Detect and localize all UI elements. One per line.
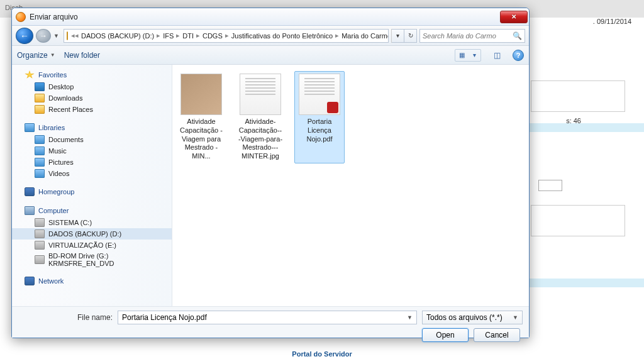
sidebar-item-drive-d[interactable]: DADOS (BACKUP) (D:) (12, 228, 172, 240)
pictures-icon (35, 158, 45, 167)
nav-history-dropdown[interactable]: ▼ (53, 33, 61, 39)
file-item[interactable]: Atividade-Capacitação---Viagem-para-Mest… (235, 71, 286, 163)
breadcrumb-sep[interactable]: ◂◂ (69, 31, 80, 40)
file-thumbnail (299, 74, 340, 115)
organize-menu[interactable]: Organize ▼ (17, 51, 55, 60)
breadcrumb-item[interactable]: CDGS (202, 32, 223, 40)
chevron-down-icon: ▾ (468, 50, 480, 61)
music-icon (35, 146, 45, 155)
cancel-button[interactable]: Cancel (474, 328, 520, 342)
chevron-down-icon: ▼ (513, 314, 518, 321)
bg-highlight-row-2 (525, 279, 644, 287)
computer-icon (25, 206, 35, 215)
videos-icon (35, 169, 45, 178)
filter-value: Todos os arquivos (*.*) (426, 313, 502, 322)
refresh-button[interactable]: ↻ (404, 29, 417, 43)
folder-icon (67, 31, 68, 40)
sidebar-item-pictures[interactable]: Pictures (12, 157, 172, 168)
file-open-dialog: Enviar arquivo ✕ ← → ▼ ◂◂ DADOS (BACKUP)… (11, 8, 530, 338)
sidebar-item-music[interactable]: Music (12, 145, 172, 157)
toolbar: Organize ▼ New folder ▦ ▾ ◫ ? (12, 46, 529, 65)
sidebar: Favorites Desktop Downloads Recent Place… (12, 65, 172, 306)
breadcrumb-item[interactable]: DTI (182, 32, 194, 40)
file-item-selected[interactable]: Portaria Licença Nojo.pdf (294, 71, 345, 163)
file-thumbnail (240, 74, 281, 115)
sidebar-item-drive-g[interactable]: BD-ROM Drive (G:) KRMSFRE_EN_DVD (12, 251, 172, 268)
nav-bar: ← → ▼ ◂◂ DADOS (BACKUP) (D:) ▸ IFS ▸ DTI… (12, 26, 529, 46)
new-folder-button[interactable]: New folder (64, 51, 100, 60)
chevron-down-icon[interactable]: ▼ (407, 314, 413, 321)
file-thumbnail (180, 74, 222, 115)
breadcrumb-item[interactable]: Maria do Carmo (341, 32, 389, 40)
file-filter-dropdown[interactable]: Todos os arquivos (*.*) ▼ (422, 311, 523, 324)
sidebar-favorites-header[interactable]: Favorites (12, 69, 172, 81)
sidebar-item-videos[interactable]: Videos (12, 168, 172, 179)
bg-date: . 09/11/2014 (593, 18, 631, 25)
file-label: Portaria Licença Nojo.pdf (297, 118, 342, 143)
file-list[interactable]: Atividade Capacitação - Viagem para Mest… (172, 65, 529, 306)
nav-forward-button[interactable]: → (36, 29, 51, 43)
breadcrumb-dropdown[interactable]: ▾ (392, 29, 404, 43)
sidebar-item-drive-e[interactable]: VIRTUALIZAÇÃO (E:) (12, 240, 172, 251)
firefox-icon (16, 12, 26, 22)
filename-label: File name: (18, 313, 113, 322)
sidebar-item-recent[interactable]: Recent Places (12, 104, 172, 115)
sidebar-homegroup-header[interactable]: Homegroup (12, 185, 172, 198)
star-icon (25, 70, 35, 79)
homegroup-icon (25, 187, 35, 196)
bg-textarea-1[interactable] (531, 80, 625, 112)
sidebar-item-downloads[interactable]: Downloads (12, 92, 172, 104)
sidebar-network-header[interactable]: Network (12, 275, 172, 287)
bg-small-input[interactable] (538, 180, 562, 191)
help-button[interactable]: ? (513, 50, 524, 61)
preview-pane-button[interactable]: ◫ (490, 49, 504, 62)
bg-highlight-row (525, 123, 644, 132)
bg-textarea-2[interactable] (531, 205, 625, 236)
dialog-title: Enviar arquivo (30, 13, 497, 21)
sidebar-libraries-header[interactable]: Libraries (12, 121, 172, 134)
bg-portal-link[interactable]: Portal do Servidor (292, 350, 352, 358)
breadcrumb-bar[interactable]: ◂◂ DADOS (BACKUP) (D:) ▸ IFS ▸ DTI ▸ CDG… (64, 29, 389, 43)
bdrom-icon (35, 255, 45, 264)
sidebar-item-desktop[interactable]: Desktop (12, 81, 172, 92)
drive-icon (35, 218, 45, 227)
drive-icon (35, 241, 45, 250)
open-button[interactable]: Open (422, 328, 469, 342)
file-label: Atividade-Capacitação---Viagem-para-Mest… (238, 118, 283, 161)
titlebar[interactable]: Enviar arquivo ✕ (12, 8, 529, 26)
nav-back-button[interactable]: ← (16, 28, 33, 44)
network-icon (25, 277, 35, 285)
search-box[interactable]: 🔍 (419, 29, 525, 43)
breadcrumb-item[interactable]: IFS (162, 32, 174, 40)
filename-value: Portaria Licença Nojo.pdf (122, 313, 207, 322)
breadcrumb-item[interactable]: Justificativas do Ponto Eletrônico (231, 32, 333, 40)
view-mode-button[interactable]: ▦ ▾ (455, 49, 481, 62)
file-label: Atividade Capacitação - Viagem para Mest… (179, 118, 224, 161)
search-icon[interactable]: 🔍 (513, 31, 522, 40)
documents-icon (35, 135, 45, 144)
dialog-footer: File name: Portaria Licença Nojo.pdf ▼ T… (12, 306, 529, 338)
chevron-down-icon: ▼ (50, 52, 55, 58)
close-button[interactable]: ✕ (500, 11, 528, 23)
recent-icon (35, 105, 45, 114)
desktop-icon (35, 82, 45, 91)
filename-input[interactable]: Portaria Licença Nojo.pdf ▼ (118, 311, 417, 324)
close-icon: ✕ (511, 13, 516, 20)
breadcrumb-item[interactable]: DADOS (BACKUP) (D:) (80, 32, 155, 40)
libraries-icon (25, 123, 35, 132)
view-icon: ▦ (455, 50, 468, 61)
sidebar-item-drive-c[interactable]: SISTEMA (C:) (12, 217, 172, 228)
search-input[interactable] (423, 32, 513, 40)
sidebar-computer-header[interactable]: Computer (12, 204, 172, 217)
folder-icon (35, 94, 45, 102)
file-item[interactable]: Atividade Capacitação - Viagem para Mest… (176, 71, 226, 163)
drive-icon (35, 229, 45, 238)
sidebar-item-documents[interactable]: Documents (12, 134, 172, 145)
